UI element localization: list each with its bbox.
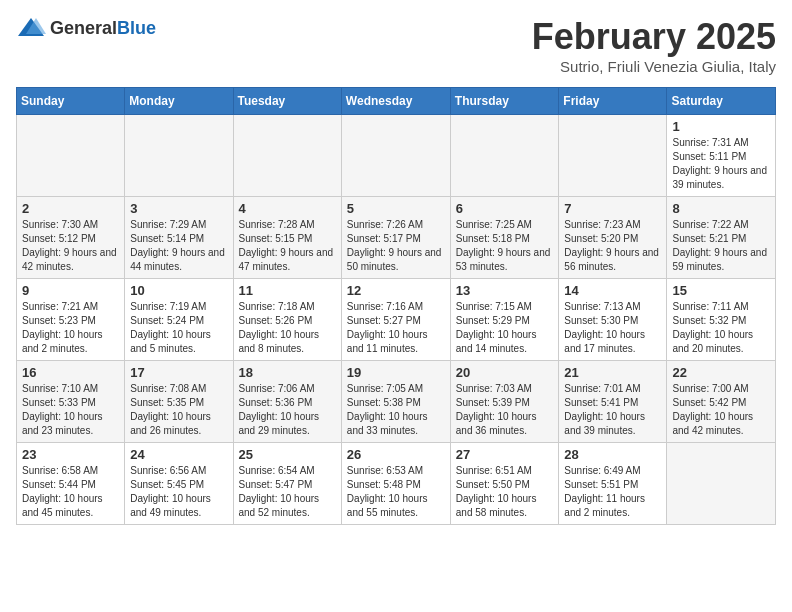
day-info: Sunrise: 6:54 AM Sunset: 5:47 PM Dayligh… xyxy=(239,464,336,520)
day-number: 8 xyxy=(672,201,770,216)
week-row-5: 23Sunrise: 6:58 AM Sunset: 5:44 PM Dayli… xyxy=(17,443,776,525)
day-cell: 5Sunrise: 7:26 AM Sunset: 5:17 PM Daylig… xyxy=(341,197,450,279)
day-cell: 13Sunrise: 7:15 AM Sunset: 5:29 PM Dayli… xyxy=(450,279,559,361)
day-cell: 28Sunrise: 6:49 AM Sunset: 5:51 PM Dayli… xyxy=(559,443,667,525)
day-number: 27 xyxy=(456,447,554,462)
day-info: Sunrise: 7:16 AM Sunset: 5:27 PM Dayligh… xyxy=(347,300,445,356)
day-cell: 22Sunrise: 7:00 AM Sunset: 5:42 PM Dayli… xyxy=(667,361,776,443)
logo-text-blue: Blue xyxy=(117,18,156,38)
day-cell: 1Sunrise: 7:31 AM Sunset: 5:11 PM Daylig… xyxy=(667,115,776,197)
day-number: 4 xyxy=(239,201,336,216)
day-number: 7 xyxy=(564,201,661,216)
day-info: Sunrise: 7:21 AM Sunset: 5:23 PM Dayligh… xyxy=(22,300,119,356)
day-cell: 27Sunrise: 6:51 AM Sunset: 5:50 PM Dayli… xyxy=(450,443,559,525)
day-info: Sunrise: 6:53 AM Sunset: 5:48 PM Dayligh… xyxy=(347,464,445,520)
header: GeneralBlue February 2025 Sutrio, Friuli… xyxy=(16,16,776,75)
day-info: Sunrise: 7:05 AM Sunset: 5:38 PM Dayligh… xyxy=(347,382,445,438)
title-area: February 2025 Sutrio, Friuli Venezia Giu… xyxy=(532,16,776,75)
day-number: 6 xyxy=(456,201,554,216)
day-number: 3 xyxy=(130,201,227,216)
day-info: Sunrise: 7:30 AM Sunset: 5:12 PM Dayligh… xyxy=(22,218,119,274)
day-number: 13 xyxy=(456,283,554,298)
week-row-2: 2Sunrise: 7:30 AM Sunset: 5:12 PM Daylig… xyxy=(17,197,776,279)
day-cell: 24Sunrise: 6:56 AM Sunset: 5:45 PM Dayli… xyxy=(125,443,233,525)
day-cell: 8Sunrise: 7:22 AM Sunset: 5:21 PM Daylig… xyxy=(667,197,776,279)
day-cell xyxy=(559,115,667,197)
day-cell: 18Sunrise: 7:06 AM Sunset: 5:36 PM Dayli… xyxy=(233,361,341,443)
day-info: Sunrise: 7:22 AM Sunset: 5:21 PM Dayligh… xyxy=(672,218,770,274)
day-info: Sunrise: 7:11 AM Sunset: 5:32 PM Dayligh… xyxy=(672,300,770,356)
header-cell-monday: Monday xyxy=(125,88,233,115)
day-info: Sunrise: 7:13 AM Sunset: 5:30 PM Dayligh… xyxy=(564,300,661,356)
day-cell: 11Sunrise: 7:18 AM Sunset: 5:26 PM Dayli… xyxy=(233,279,341,361)
day-number: 17 xyxy=(130,365,227,380)
day-number: 28 xyxy=(564,447,661,462)
day-cell: 3Sunrise: 7:29 AM Sunset: 5:14 PM Daylig… xyxy=(125,197,233,279)
day-info: Sunrise: 7:28 AM Sunset: 5:15 PM Dayligh… xyxy=(239,218,336,274)
day-number: 16 xyxy=(22,365,119,380)
day-cell: 16Sunrise: 7:10 AM Sunset: 5:33 PM Dayli… xyxy=(17,361,125,443)
day-info: Sunrise: 6:49 AM Sunset: 5:51 PM Dayligh… xyxy=(564,464,661,520)
header-cell-friday: Friday xyxy=(559,88,667,115)
day-info: Sunrise: 7:00 AM Sunset: 5:42 PM Dayligh… xyxy=(672,382,770,438)
day-info: Sunrise: 7:15 AM Sunset: 5:29 PM Dayligh… xyxy=(456,300,554,356)
day-info: Sunrise: 6:51 AM Sunset: 5:50 PM Dayligh… xyxy=(456,464,554,520)
day-number: 9 xyxy=(22,283,119,298)
day-number: 1 xyxy=(672,119,770,134)
day-cell xyxy=(233,115,341,197)
day-info: Sunrise: 7:18 AM Sunset: 5:26 PM Dayligh… xyxy=(239,300,336,356)
logo-text-general: General xyxy=(50,18,117,38)
logo-icon xyxy=(16,16,46,40)
day-cell: 17Sunrise: 7:08 AM Sunset: 5:35 PM Dayli… xyxy=(125,361,233,443)
day-cell: 10Sunrise: 7:19 AM Sunset: 5:24 PM Dayli… xyxy=(125,279,233,361)
day-info: Sunrise: 7:10 AM Sunset: 5:33 PM Dayligh… xyxy=(22,382,119,438)
day-cell: 20Sunrise: 7:03 AM Sunset: 5:39 PM Dayli… xyxy=(450,361,559,443)
day-cell: 23Sunrise: 6:58 AM Sunset: 5:44 PM Dayli… xyxy=(17,443,125,525)
day-info: Sunrise: 7:26 AM Sunset: 5:17 PM Dayligh… xyxy=(347,218,445,274)
header-cell-thursday: Thursday xyxy=(450,88,559,115)
day-cell: 19Sunrise: 7:05 AM Sunset: 5:38 PM Dayli… xyxy=(341,361,450,443)
day-cell: 15Sunrise: 7:11 AM Sunset: 5:32 PM Dayli… xyxy=(667,279,776,361)
week-row-4: 16Sunrise: 7:10 AM Sunset: 5:33 PM Dayli… xyxy=(17,361,776,443)
day-info: Sunrise: 7:31 AM Sunset: 5:11 PM Dayligh… xyxy=(672,136,770,192)
day-number: 25 xyxy=(239,447,336,462)
week-row-3: 9Sunrise: 7:21 AM Sunset: 5:23 PM Daylig… xyxy=(17,279,776,361)
day-cell: 14Sunrise: 7:13 AM Sunset: 5:30 PM Dayli… xyxy=(559,279,667,361)
day-number: 18 xyxy=(239,365,336,380)
day-cell xyxy=(450,115,559,197)
day-info: Sunrise: 7:29 AM Sunset: 5:14 PM Dayligh… xyxy=(130,218,227,274)
day-info: Sunrise: 7:08 AM Sunset: 5:35 PM Dayligh… xyxy=(130,382,227,438)
day-cell xyxy=(667,443,776,525)
day-cell xyxy=(17,115,125,197)
day-number: 23 xyxy=(22,447,119,462)
day-cell xyxy=(341,115,450,197)
header-cell-tuesday: Tuesday xyxy=(233,88,341,115)
header-cell-saturday: Saturday xyxy=(667,88,776,115)
day-number: 24 xyxy=(130,447,227,462)
day-number: 20 xyxy=(456,365,554,380)
day-info: Sunrise: 7:23 AM Sunset: 5:20 PM Dayligh… xyxy=(564,218,661,274)
day-number: 14 xyxy=(564,283,661,298)
day-cell: 6Sunrise: 7:25 AM Sunset: 5:18 PM Daylig… xyxy=(450,197,559,279)
calendar-table: SundayMondayTuesdayWednesdayThursdayFrid… xyxy=(16,87,776,525)
day-info: Sunrise: 7:25 AM Sunset: 5:18 PM Dayligh… xyxy=(456,218,554,274)
day-cell: 4Sunrise: 7:28 AM Sunset: 5:15 PM Daylig… xyxy=(233,197,341,279)
calendar-subtitle: Sutrio, Friuli Venezia Giulia, Italy xyxy=(532,58,776,75)
day-cell: 26Sunrise: 6:53 AM Sunset: 5:48 PM Dayli… xyxy=(341,443,450,525)
header-cell-sunday: Sunday xyxy=(17,88,125,115)
header-cell-wednesday: Wednesday xyxy=(341,88,450,115)
day-number: 11 xyxy=(239,283,336,298)
day-number: 15 xyxy=(672,283,770,298)
day-cell: 21Sunrise: 7:01 AM Sunset: 5:41 PM Dayli… xyxy=(559,361,667,443)
calendar-title: February 2025 xyxy=(532,16,776,58)
day-cell xyxy=(125,115,233,197)
day-number: 5 xyxy=(347,201,445,216)
day-number: 12 xyxy=(347,283,445,298)
day-number: 21 xyxy=(564,365,661,380)
day-cell: 7Sunrise: 7:23 AM Sunset: 5:20 PM Daylig… xyxy=(559,197,667,279)
day-info: Sunrise: 6:56 AM Sunset: 5:45 PM Dayligh… xyxy=(130,464,227,520)
day-number: 10 xyxy=(130,283,227,298)
day-info: Sunrise: 7:06 AM Sunset: 5:36 PM Dayligh… xyxy=(239,382,336,438)
day-number: 19 xyxy=(347,365,445,380)
day-cell: 25Sunrise: 6:54 AM Sunset: 5:47 PM Dayli… xyxy=(233,443,341,525)
